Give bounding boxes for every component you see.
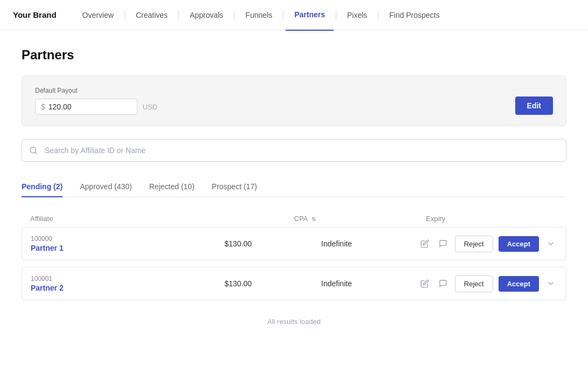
partner-info: 100000 Partner 1 — [31, 235, 224, 252]
tab-pending[interactable]: Pending (2) — [22, 177, 63, 197]
reject-button[interactable]: Reject — [455, 236, 493, 252]
table-row: 100000 Partner 1 $130.00 Indefinite Rej — [22, 227, 566, 260]
nav-link-creatives[interactable]: Creatives — [127, 0, 176, 30]
tab-prospect[interactable]: Prospect (17) — [212, 177, 257, 197]
partner-info: 100001 Partner 2 — [31, 275, 224, 292]
partner-cpa: $130.00 — [224, 239, 321, 248]
nav-links: OverviewCreativesApprovalsFunnelsPartner… — [74, 0, 448, 31]
expand-chevron-button[interactable] — [544, 277, 557, 290]
table-row: 100001 Partner 2 $130.00 Indefinite Rej — [22, 267, 566, 300]
col-affiliate: Affiliate — [30, 215, 294, 223]
payout-value-input[interactable] — [49, 102, 143, 111]
table-header: Affiliate CPA ⇅ Expiry — [22, 210, 566, 227]
message-icon[interactable] — [437, 277, 449, 290]
reject-button[interactable]: Reject — [455, 275, 493, 292]
message-icon[interactable] — [437, 237, 449, 250]
partner-name[interactable]: Partner 2 — [31, 284, 224, 292]
nav-link-funnels[interactable]: Funnels — [237, 0, 281, 30]
nav-link-find-prospects[interactable]: Find Prospects — [381, 0, 448, 30]
page-title: Partners — [22, 47, 566, 63]
partner-actions: Reject Accept — [418, 275, 557, 292]
tabs-container: Pending (2)Approved (430)Rejected (10)Pr… — [22, 177, 566, 197]
all-results-text: All results loaded — [22, 307, 566, 330]
partner-expiry: Indefinite — [321, 239, 418, 248]
payout-dollar-sign: $ — [41, 102, 45, 111]
search-icon — [29, 146, 38, 155]
accept-button[interactable]: Accept — [499, 276, 539, 292]
edit-button[interactable]: Edit — [515, 97, 553, 115]
search-container — [22, 139, 566, 162]
payout-currency: USD — [143, 103, 157, 111]
brand-name: Your Brand — [13, 10, 57, 19]
partner-name[interactable]: Partner 1 — [31, 244, 224, 252]
page-content: Partners Default Payout $ USD Edit Pendi… — [0, 30, 588, 347]
tab-approved[interactable]: Approved (430) — [80, 177, 132, 197]
expand-chevron-button[interactable] — [544, 237, 557, 250]
payout-card: Default Payout $ USD Edit — [22, 75, 566, 126]
tab-rejected[interactable]: Rejected (10) — [149, 177, 195, 197]
payout-section: Default Payout $ USD — [35, 87, 137, 115]
partner-actions: Reject Accept — [418, 236, 557, 252]
partner-id: 100000 — [31, 235, 224, 243]
col-expiry: Expiry — [426, 215, 558, 223]
nav-link-overview[interactable]: Overview — [74, 0, 122, 30]
top-navigation: Your Brand OverviewCreativesApprovalsFun… — [0, 0, 588, 30]
sort-icon[interactable]: ⇅ — [312, 216, 316, 222]
search-input[interactable] — [22, 139, 566, 162]
payout-input-wrapper: $ USD — [35, 99, 137, 115]
nav-link-pixels[interactable]: Pixels — [338, 0, 376, 30]
col-cpa: CPA ⇅ — [294, 215, 426, 223]
nav-link-approvals[interactable]: Approvals — [181, 0, 232, 30]
nav-link-partners[interactable]: Partners — [286, 0, 334, 31]
partner-expiry: Indefinite — [321, 279, 418, 288]
partner-id: 100001 — [31, 275, 224, 282]
partner-rows-container: 100000 Partner 1 $130.00 Indefinite Rej — [22, 227, 566, 300]
payout-label: Default Payout — [35, 87, 137, 94]
edit-icon[interactable] — [418, 237, 431, 250]
edit-icon[interactable] — [418, 277, 431, 290]
svg-line-1 — [35, 152, 37, 154]
partner-cpa: $130.00 — [224, 279, 321, 288]
accept-button[interactable]: Accept — [499, 236, 539, 252]
